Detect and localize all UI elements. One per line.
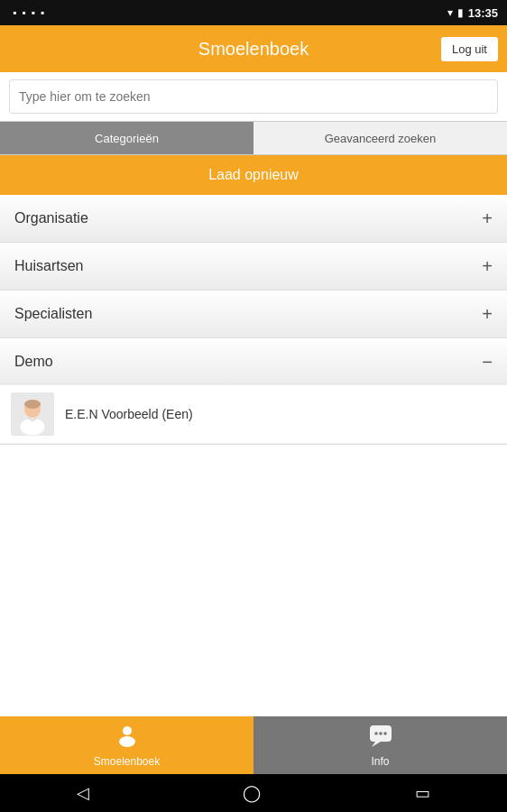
category-list: Organisatie + Huisartsen + Specialisten … xyxy=(0,195,507,716)
svg-point-4 xyxy=(123,726,132,735)
category-label-specialisten: Specialisten xyxy=(14,306,92,322)
category-item-specialisten: Specialisten + xyxy=(0,291,507,338)
category-label-organisatie: Organisatie xyxy=(14,210,88,226)
app-header: Smoelenboek Log uit xyxy=(0,25,507,72)
home-button[interactable]: ◯ xyxy=(243,783,261,803)
category-item-organisatie: Organisatie + xyxy=(0,195,507,243)
recents-button[interactable]: ▭ xyxy=(415,783,430,803)
tab-categories[interactable]: Categorieën xyxy=(0,122,254,154)
svg-point-5 xyxy=(119,736,135,747)
status-bar: ▪ ▪ ▪ ▪ ▾ ▮ 13:35 xyxy=(0,0,507,25)
category-item-huisartsen: Huisartsen + xyxy=(0,243,507,291)
chat-icon xyxy=(368,724,393,752)
category-label-huisartsen: Huisartsen xyxy=(14,258,83,274)
person-icon xyxy=(115,724,139,752)
camera-icon: ▪ xyxy=(32,6,35,19)
svg-point-3 xyxy=(24,400,41,409)
media-icon: ▪ xyxy=(41,6,44,19)
status-bar-left: ▪ ▪ ▪ ▪ xyxy=(9,6,442,19)
sim-icon: ▪ xyxy=(13,6,16,19)
android-nav-bar: ◁ ◯ ▭ xyxy=(0,774,507,812)
back-button[interactable]: ◁ xyxy=(77,783,89,803)
tab-advanced-search[interactable]: Geavanceerd zoeken xyxy=(254,122,507,154)
person-name: E.E.N Voorbeeld (Een) xyxy=(65,407,193,421)
nav-smoelenboek[interactable]: Smoelenboek xyxy=(0,716,254,774)
category-header-huisartsen[interactable]: Huisartsen + xyxy=(0,243,507,290)
reload-button[interactable]: Laad opnieuw xyxy=(0,155,507,195)
tab-bar: Categorieën Geavanceerd zoeken xyxy=(0,121,507,155)
status-time: 13:35 xyxy=(468,6,498,20)
category-content-demo: E.E.N Voorbeeld (Een) xyxy=(0,385,507,444)
logout-button[interactable]: Log uit xyxy=(441,37,498,61)
category-label-demo: Demo xyxy=(14,354,53,370)
expand-icon-huisartsen: + xyxy=(482,256,493,277)
category-item-demo: Demo − xyxy=(0,338,507,445)
nav-info[interactable]: Info xyxy=(254,716,507,774)
search-input[interactable] xyxy=(9,79,498,114)
bottom-nav: Smoelenboek Info xyxy=(0,716,507,774)
wifi-icon: ▾ xyxy=(447,6,453,19)
svg-marker-7 xyxy=(372,742,381,747)
svg-point-9 xyxy=(379,732,383,735)
category-header-specialisten[interactable]: Specialisten + xyxy=(0,291,507,337)
status-icons: ▾ ▮ 13:35 xyxy=(447,6,498,20)
app-title: Smoelenboek xyxy=(198,39,309,60)
avatar xyxy=(11,392,54,436)
expand-icon-organisatie: + xyxy=(482,208,493,229)
category-header-organisatie[interactable]: Organisatie + xyxy=(0,195,507,242)
svg-point-1 xyxy=(20,418,45,436)
svg-point-8 xyxy=(374,732,378,735)
battery-icon: ▮ xyxy=(457,6,464,19)
nav-label-smoelenboek: Smoelenboek xyxy=(94,755,160,768)
search-bar xyxy=(0,72,507,121)
sim-icon-2: ▪ xyxy=(22,6,25,19)
category-header-demo[interactable]: Demo − xyxy=(0,338,507,385)
svg-point-10 xyxy=(383,732,387,735)
collapse-icon-demo: − xyxy=(482,352,493,373)
expand-icon-specialisten: + xyxy=(482,304,493,325)
person-row[interactable]: E.E.N Voorbeeld (Een) xyxy=(0,385,507,444)
nav-label-info: Info xyxy=(371,755,389,768)
